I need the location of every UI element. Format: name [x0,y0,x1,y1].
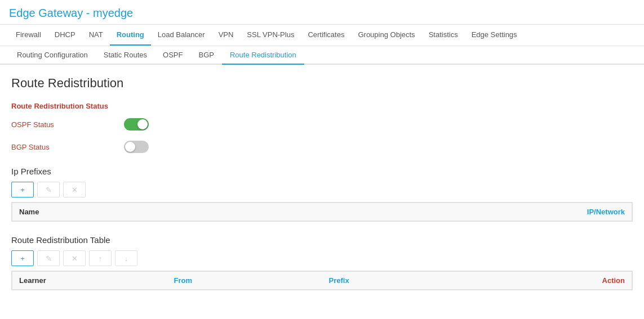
nav-bgp[interactable]: BGP [190,46,221,65]
ip-prefixes-add-button[interactable]: + [11,182,34,197]
nav-route-redistribution[interactable]: Route Redistribution [222,46,304,65]
redistribution-table: Learner From Prefix Action [12,271,632,290]
nav-vpn[interactable]: VPN [212,25,241,46]
bgp-toggle[interactable] [124,141,149,153]
nav-ssl-vpn-plus[interactable]: SSL VPN-Plus [240,25,301,46]
redistribution-table-title: Route Redistribution Table [11,235,633,245]
main-content: Route Redistribution Route Redistributio… [0,65,644,315]
redistribution-edit-button[interactable]: ✎ [37,250,60,266]
nav-certificates[interactable]: Certificates [301,25,351,46]
status-section-title: Route Redistribution Status [11,102,633,110]
redistribution-table-section: Route Redistribution Table + ✎ ✕ ↑ ↓ Lea… [11,235,633,290]
ip-prefixes-delete-button[interactable]: ✕ [63,182,86,197]
nav-nat[interactable]: NAT [82,25,110,46]
redistribution-add-button[interactable]: + [11,250,34,266]
nav-grouping-objects[interactable]: Grouping Objects [351,25,421,46]
ospf-toggle[interactable] [124,118,149,131]
col-header-action: Action [477,272,632,290]
ip-prefixes-table: Name IP/Network [12,203,632,221]
nav-routing[interactable]: Routing [110,25,151,46]
nav-dhcp[interactable]: DHCP [48,25,82,46]
nav-firewall[interactable]: Firewall [9,25,48,46]
ip-prefixes-section: Ip Prefixes + ✎ ✕ Name IP/Network [11,167,633,222]
page-title: Route Redistribution [11,76,633,91]
nav-edge-settings[interactable]: Edge Settings [465,25,524,46]
ip-prefixes-toolbar: + ✎ ✕ [11,182,633,197]
col-header-learner: Learner [12,272,167,290]
title-prefix: Edge Gateway - [9,7,93,19]
ip-prefixes-title: Ip Prefixes [11,167,633,176]
title-bar: Edge Gateway - myedge [0,0,644,25]
nav-statistics[interactable]: Statistics [422,25,465,46]
nav-load-balancer[interactable]: Load Balancer [151,25,212,46]
col-header-from: From [167,272,322,290]
nav-ospf[interactable]: OSPF [155,46,190,65]
nav-secondary: Routing Configuration Static Routes OSPF… [0,46,644,65]
col-header-name: Name [12,203,384,221]
redistribution-up-button[interactable]: ↑ [89,250,112,266]
redistribution-delete-button[interactable]: ✕ [63,250,86,266]
ip-prefixes-table-container: Name IP/Network [11,202,633,222]
title-name: myedge [93,7,133,19]
bgp-status-row: BGP Status [11,141,633,153]
redistribution-down-button[interactable]: ↓ [115,250,137,266]
bgp-status-label: BGP Status [11,143,124,151]
nav-primary: Firewall DHCP NAT Routing Load Balancer … [0,25,644,46]
nav-static-routes[interactable]: Static Routes [96,46,155,65]
redistribution-table-container: Learner From Prefix Action [11,271,633,290]
ip-prefixes-edit-button[interactable]: ✎ [37,182,60,197]
col-header-prefix: Prefix [322,272,477,290]
col-header-ip: IP/Network [384,203,632,221]
ospf-status-label: OSPF Status [11,120,124,129]
redistribution-toolbar: + ✎ ✕ ↑ ↓ [11,250,633,266]
ospf-status-row: OSPF Status [11,118,633,131]
status-section: Route Redistribution Status OSPF Status … [11,102,633,153]
nav-routing-configuration[interactable]: Routing Configuration [9,46,96,65]
